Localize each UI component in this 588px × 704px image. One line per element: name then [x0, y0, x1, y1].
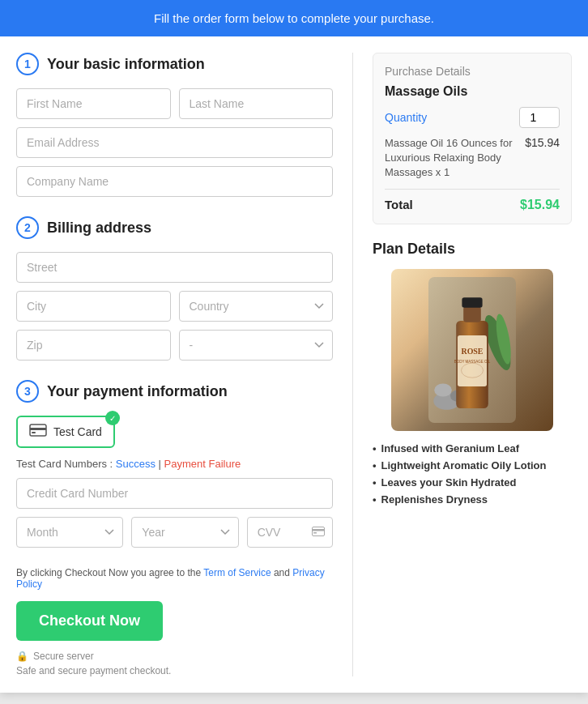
svg-rect-2	[32, 432, 36, 433]
month-select[interactable]: Month 01020304 05060708 09101112	[16, 517, 123, 548]
card-label: Test Card	[53, 425, 102, 438]
cc-number-input[interactable]	[16, 478, 333, 509]
cvv-icon	[312, 525, 325, 540]
section2-header: 2 Billing address	[16, 216, 333, 239]
tos-link[interactable]: Term of Service	[203, 567, 271, 578]
right-panel: Purchase Details Massage Oils Quantity M…	[353, 53, 572, 676]
email-input[interactable]	[16, 127, 333, 158]
product-price: $15.94	[525, 136, 560, 149]
terms-text: By clicking Checkout Now you agree to th…	[16, 567, 333, 590]
product-name: Massage Oils	[385, 84, 560, 99]
svg-rect-14	[462, 297, 482, 308]
quantity-row: Quantity	[385, 107, 560, 128]
svg-rect-5	[313, 532, 317, 534]
svg-text:BODY MASSAGE OIL: BODY MASSAGE OIL	[454, 360, 491, 364]
cc-number-row	[16, 478, 333, 509]
secure-info: 🔒 Secure server	[16, 651, 333, 662]
section2-number: 2	[16, 216, 39, 239]
top-banner: Fill the order form below to complete yo…	[0, 0, 588, 36]
purchase-details-title: Purchase Details	[385, 65, 560, 78]
street-row	[16, 252, 333, 283]
svg-rect-1	[30, 428, 46, 430]
first-name-input[interactable]	[16, 88, 171, 119]
state-select[interactable]: -	[179, 330, 334, 361]
section3-title: Your payment information	[47, 383, 228, 400]
plan-details: Plan Details	[373, 241, 572, 506]
zip-input[interactable]	[16, 330, 171, 361]
city-input[interactable]	[16, 291, 171, 322]
street-input[interactable]	[16, 252, 333, 283]
credit-card-icon	[29, 424, 47, 440]
section3-header: 3 Your payment information	[16, 380, 333, 403]
billing-section: 2 Billing address Country -	[16, 216, 333, 361]
product-image: ROSE BODY MASSAGE OIL	[391, 269, 553, 431]
city-country-row: Country	[16, 291, 333, 322]
checkout-button[interactable]: Checkout Now	[16, 601, 163, 641]
purchase-details-box: Purchase Details Massage Oils Quantity M…	[373, 53, 572, 224]
basic-info-section: 1 Your basic information	[16, 53, 333, 197]
svg-rect-13	[463, 306, 481, 322]
test-card-hint: Test Card Numbers : Success | Payment Fa…	[16, 458, 333, 470]
svg-point-10	[434, 383, 452, 396]
lock-icon: 🔒	[16, 651, 28, 662]
svg-text:ROSE: ROSE	[462, 346, 484, 355]
svg-rect-4	[312, 529, 325, 531]
feature-item: Infused with Geranium Leaf	[373, 442, 572, 454]
left-panel: 1 Your basic information 2 Billi	[16, 53, 353, 676]
name-row	[16, 88, 333, 119]
section3-number: 3	[16, 380, 39, 403]
year-select[interactable]: Year 2024202520262027 202820292030	[131, 517, 238, 548]
product-desc-text: Massage Oil 16 Ounces for Luxurious Rela…	[385, 136, 514, 181]
section1-header: 1 Your basic information	[16, 53, 333, 75]
company-input[interactable]	[16, 166, 333, 197]
test-card-failure-link[interactable]: Payment Failure	[164, 458, 241, 470]
plan-details-title: Plan Details	[373, 241, 572, 258]
plan-features-list: Infused with Geranium Leaf Lightweight A…	[373, 442, 572, 506]
total-amount: $15.94	[520, 198, 560, 212]
test-card-success-link[interactable]: Success	[116, 458, 156, 470]
quantity-input[interactable]	[519, 107, 560, 128]
total-row: Total $15.94	[385, 198, 560, 212]
feature-item: Lightweight Aromatic Oily Lotion	[373, 459, 572, 471]
quantity-label: Quantity	[385, 111, 427, 124]
card-option[interactable]: Test Card ✓	[16, 416, 115, 448]
country-select[interactable]: Country	[179, 291, 334, 322]
zip-state-row: -	[16, 330, 333, 361]
cvv-wrapper	[247, 517, 333, 548]
feature-item: Replenishes Dryness	[373, 493, 572, 506]
company-row	[16, 166, 333, 197]
selected-checkmark: ✓	[105, 411, 120, 425]
section1-number: 1	[16, 53, 39, 75]
expiry-cvv-row: Month 01020304 05060708 09101112 Year 20…	[16, 517, 333, 548]
secure-desc: Safe and secure payment checkout.	[16, 665, 333, 676]
email-row	[16, 127, 333, 158]
product-desc-row: Massage Oil 16 Ounces for Luxurious Rela…	[385, 136, 560, 190]
payment-section: 3 Your payment information Test Card ✓	[16, 380, 333, 548]
total-label: Total	[385, 198, 413, 211]
section1-title: Your basic information	[47, 56, 205, 73]
last-name-input[interactable]	[179, 88, 334, 119]
feature-item: Leaves your Skin Hydrated	[373, 476, 572, 489]
svg-rect-3	[312, 527, 324, 536]
section2-title: Billing address	[47, 220, 151, 237]
product-image-container: ROSE BODY MASSAGE OIL	[373, 269, 572, 431]
